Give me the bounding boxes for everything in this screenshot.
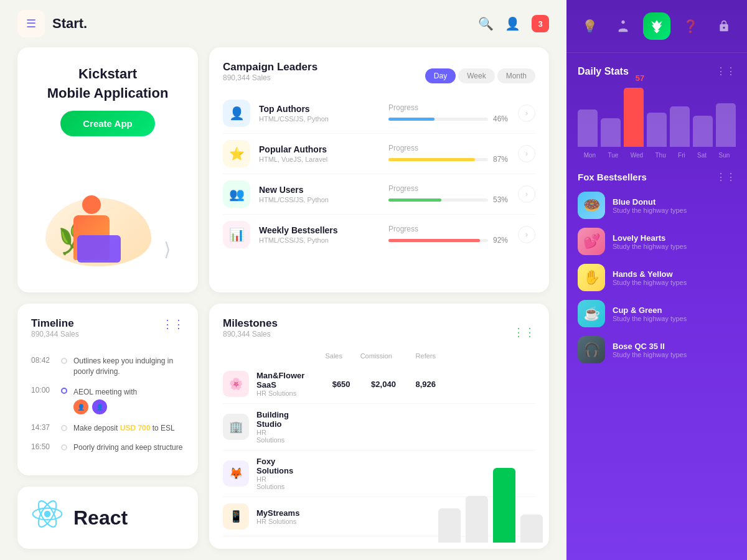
new-users-name: New Users — [259, 185, 388, 195]
manflower-refers: 8,926 — [396, 378, 436, 390]
avatar-2: 👤 — [92, 399, 107, 414]
foxy-info: Foxy Solutions HR Solutions — [256, 457, 293, 490]
campaign-row-top-authors: 👤 Top Authors HTML/CSS/JS, Python Progre… — [223, 93, 535, 134]
building-studio-info: Building Studio HR Solutions — [256, 410, 293, 444]
campaign-row-weekly: 📊 Weekly Bestsellers HTML/CSS/JS, Python… — [223, 215, 535, 254]
timeline-dot — [61, 388, 67, 394]
search-icon[interactable]: 🔍 — [478, 16, 494, 31]
bar-mon — [578, 85, 598, 147]
app-header: ☰ Start. 🔍 👤 3 — [0, 0, 566, 47]
top-authors-chevron[interactable]: › — [518, 105, 535, 122]
timeline-item-1000: 10:00 AEOL meeting with 👤 👤 — [31, 386, 184, 415]
user-icon[interactable]: 👤 — [505, 16, 520, 31]
create-app-button[interactable]: Create App — [60, 111, 154, 136]
weekly-bestsellers-progress: Progress 92% — [388, 225, 518, 245]
product-item-bose: 🎧 Bose QC 35 II Study the highway types — [578, 336, 736, 363]
campaign-row-popular-authors: ⭐ Popular Authors HTML, VueJS, Laravel P… — [223, 134, 535, 174]
sidebar-icon-question[interactable]: ❓ — [677, 12, 704, 40]
chart-bar-4 — [520, 515, 543, 543]
campaign-tabs: Day Week Month — [425, 68, 535, 83]
bar-thu — [647, 85, 667, 147]
top-authors-info: Top Authors HTML/CSS/JS, Python — [259, 104, 388, 123]
col-header-commission: Comission — [342, 350, 392, 361]
blue-donut-thumb: 🍩 — [578, 192, 605, 219]
weekly-bestsellers-info: Weekly Bestsellers HTML/CSS/JS, Python — [259, 225, 388, 244]
bar-sun — [716, 85, 736, 147]
new-users-chevron[interactable]: › — [518, 185, 535, 203]
popular-authors-name: Popular Authors — [259, 144, 388, 154]
bose-info: Bose QC 35 II Study the highway types — [613, 342, 687, 358]
timeline-item-1437: 14:37 Make deposit USD 700 to ESL — [31, 423, 184, 434]
manflower-info: Man&Flower SaaS HR Solutions — [256, 371, 304, 397]
kickstart-title: Kickstart Mobile Application — [47, 65, 169, 103]
timeline-options-icon[interactable]: ⋮⋮ — [162, 317, 184, 331]
daily-stats-section: Daily Stats ⋮⋮ 57 — [566, 53, 747, 165]
hands-yellow-thumb: ✋ — [578, 264, 605, 291]
weekly-bestsellers-chevron[interactable]: › — [518, 226, 535, 243]
avatar-1: 👤 — [73, 399, 88, 414]
header-right: 🔍 👤 3 — [478, 15, 549, 32]
timeline-item-0842: 08:42 Outlines keep you indulging in poo… — [31, 356, 184, 377]
fox-bestsellers-header: Fox Bestsellers ⋮⋮ — [578, 171, 736, 183]
milestone-row-building-studio: 🏢 Building Studio HR Solutions — [223, 404, 535, 450]
product-item-lovely-hearts: 💕 Lovely Hearts Study the highway types — [578, 228, 736, 255]
campaign-subtitle: 890,344 Sales — [223, 73, 317, 82]
timeline-card: Timeline 890,344 Sales ⋮⋮ 08:42 Outlines… — [17, 304, 198, 475]
campaign-leaders-card: Campaign Leaders 890,344 Sales Day Week … — [209, 47, 549, 292]
campaign-row-new-users: 👥 New Users HTML/CSS/JS, Python Progress… — [223, 174, 535, 215]
timeline-subtitle: 890,344 Sales — [31, 330, 79, 338]
daily-stats-header: Daily Stats ⋮⋮ — [578, 65, 736, 77]
popular-authors-progress: Progress 87% — [388, 144, 518, 164]
timeline-header: Timeline 890,344 Sales ⋮⋮ — [31, 317, 184, 347]
sidebar-icon-person[interactable] — [609, 12, 637, 40]
daily-stats-options-icon[interactable]: ⋮⋮ — [716, 65, 736, 77]
foxy-icon: 🦊 — [223, 460, 249, 487]
header-left: ☰ Start. — [17, 10, 87, 37]
tab-week[interactable]: Week — [458, 68, 494, 83]
bar-sat — [693, 85, 713, 147]
col-header-sales: Sales — [293, 350, 342, 361]
weekly-bestsellers-name: Weekly Bestsellers — [259, 225, 388, 235]
product-item-cup-green: ☕ Cup & Green Study the highway types — [578, 300, 736, 327]
product-item-hands-yellow: ✋ Hands & Yellow Study the highway types — [578, 264, 736, 291]
chart-bar-2 — [466, 496, 488, 543]
manflower-commission: $2,040 — [350, 378, 396, 390]
bar-wed — [624, 85, 644, 147]
blue-donut-info: Blue Donut Study the highway types — [613, 197, 687, 214]
new-users-progress: Progress 53% — [388, 184, 518, 204]
product-item-blue-donut: 🍩 Blue Donut Study the highway types — [578, 192, 736, 219]
col-header-refers: Refers — [392, 350, 436, 361]
timeline-dot — [61, 425, 67, 431]
top-authors-name: Top Authors — [259, 104, 388, 114]
milestones-chart — [438, 449, 543, 549]
campaign-header: Campaign Leaders 890,344 Sales Day Week … — [223, 61, 535, 91]
popular-authors-chevron[interactable]: › — [518, 145, 535, 162]
popular-authors-tags: HTML, VueJS, Laravel — [259, 156, 388, 163]
sidebar-icon-user[interactable] — [710, 12, 738, 40]
fox-bestsellers-title: Fox Bestsellers — [578, 172, 647, 182]
timeline-item-1650: 16:50 Poorly driving and keep structure — [31, 442, 184, 453]
peak-value: 57 — [636, 73, 644, 83]
bar-day-labels: Mon Tue Wed Thu Fri Sat Sun — [578, 152, 736, 159]
milestones-card: Milestones 890,344 Sales ⋮⋮ Sales Comiss… — [209, 304, 549, 549]
react-label: React — [73, 506, 128, 530]
tab-day[interactable]: Day — [425, 68, 456, 83]
sidebar-icon-fox[interactable] — [643, 12, 670, 40]
hands-yellow-info: Hands & Yellow Study the highway types — [613, 269, 687, 286]
kickstart-card: Kickstart Mobile Application Create App … — [17, 47, 198, 292]
timeline-avatars: 👤 👤 — [73, 399, 137, 414]
top-authors-icon: 👤 — [223, 100, 250, 127]
fox-bestsellers-options-icon[interactable]: ⋮⋮ — [716, 171, 736, 183]
milestones-options-icon[interactable]: ⋮⋮ — [513, 325, 535, 339]
lovely-hearts-info: Lovely Hearts Study the highway types — [613, 233, 687, 250]
chart-bar-3 — [493, 468, 515, 543]
menu-icon: ☰ — [26, 17, 36, 30]
milestones-header: Milestones 890,344 Sales ⋮⋮ — [223, 317, 535, 347]
timeline-dot — [61, 444, 67, 450]
tab-month[interactable]: Month — [497, 68, 535, 83]
sidebar-icon-bulb[interactable]: 💡 — [576, 12, 603, 40]
new-users-tags: HTML/CSS/JS, Python — [259, 196, 388, 203]
timeline-list: 08:42 Outlines keep you indulging in poo… — [31, 356, 184, 453]
notification-badge[interactable]: 3 — [532, 15, 549, 32]
manflower-icon: 🌸 — [223, 371, 249, 397]
